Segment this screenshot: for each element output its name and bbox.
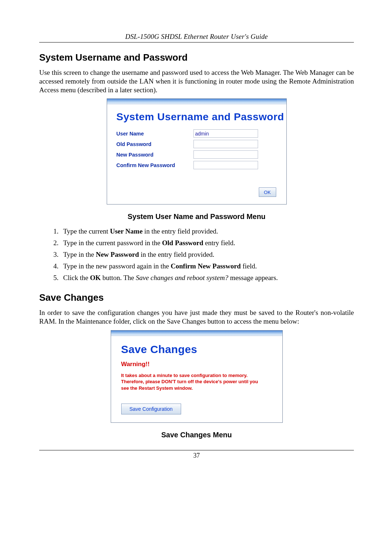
warning-heading: Warning!! — [121, 361, 274, 368]
header-rule — [39, 42, 354, 42]
label-confirm-password: Confirm New Password — [117, 162, 193, 168]
label-user-name: User Name — [117, 131, 193, 137]
page-number: 37 — [39, 452, 354, 459]
panel-header-gradient — [107, 99, 286, 104]
intro-paragraph-1: Use this screen to change the username a… — [39, 68, 354, 94]
username-password-panel: System Username and Password User Name O… — [107, 98, 287, 204]
panel2-header-gradient — [111, 331, 282, 336]
save-changes-panel: Save Changes Warning!! It takes about a … — [111, 330, 283, 423]
ok-button[interactable]: OK — [259, 187, 276, 197]
panel2-title: Save Changes — [121, 343, 274, 356]
save-configuration-button[interactable]: Save Configuration — [121, 404, 181, 414]
intro-paragraph-2: In order to save the configuration chang… — [39, 308, 354, 326]
input-confirm-password[interactable] — [193, 161, 258, 169]
caption-save-changes: Save Changes Menu — [39, 431, 354, 439]
input-user-name[interactable] — [193, 129, 258, 138]
step-1: Type the current User Name in the entry … — [60, 227, 354, 235]
caption-username-menu: System User Name and Password Menu — [39, 212, 354, 221]
doc-header-title: DSL-1500G SHDSL Ethernet Router User's G… — [39, 33, 354, 41]
step-3: Type in the New Password in the entry fi… — [60, 251, 354, 259]
figure-save-changes: Save Changes Warning!! It takes about a … — [39, 330, 354, 423]
heading-save-changes: Save Changes — [39, 292, 354, 303]
label-new-password: New Password — [117, 152, 193, 158]
footer-rule — [39, 450, 354, 450]
step-4: Type in the new password again in the Co… — [60, 262, 354, 270]
input-old-password[interactable] — [193, 140, 258, 148]
label-old-password: Old Password — [117, 141, 193, 147]
steps-list: Type the current User Name in the entry … — [39, 227, 354, 282]
warning-body: It takes about a minute to save configur… — [121, 372, 266, 392]
heading-system-username: System Username and Password — [39, 52, 354, 63]
figure-username-panel: System Username and Password User Name O… — [39, 98, 354, 204]
step-2: Type in the current password in the Old … — [60, 239, 354, 247]
input-new-password[interactable] — [193, 150, 258, 159]
panel-title: System Username and Password — [117, 111, 277, 123]
step-5: Click the OK button. The Save changes an… — [60, 274, 354, 282]
